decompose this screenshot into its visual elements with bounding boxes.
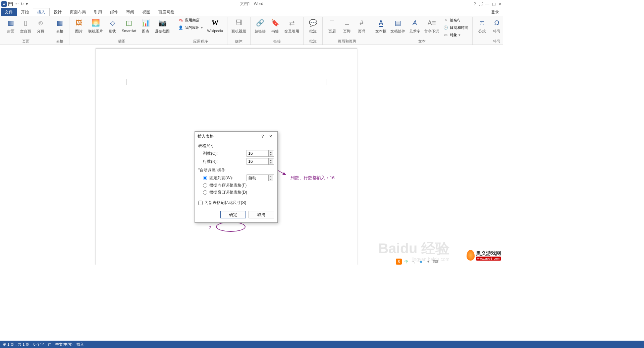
autofit-window-label: 根据窗口调整表格(D) bbox=[209, 190, 247, 195]
quickparts-button[interactable]: ▤文档部件 bbox=[389, 17, 407, 34]
crossref-button[interactable]: ⇄交叉引用 bbox=[283, 17, 301, 34]
table-button[interactable]: ▦表格 bbox=[53, 17, 66, 34]
group-comments: 💬批注 批注 bbox=[304, 17, 323, 45]
wordart-button[interactable]: A艺术字 bbox=[408, 17, 422, 34]
comment-button[interactable]: 💬批注 bbox=[306, 17, 320, 34]
screenshot-button[interactable]: 📷屏幕截图 bbox=[154, 17, 171, 34]
group-pages: ▥封面 ▯空白页 ⎋分页 页面 bbox=[1, 17, 50, 45]
shapes-button[interactable]: ◇形状 bbox=[106, 17, 119, 34]
help-icon[interactable]: ? bbox=[474, 2, 476, 6]
tab-home[interactable]: 开始 bbox=[17, 8, 33, 16]
symbol-button[interactable]: Ω符号 bbox=[490, 17, 503, 34]
object-button[interactable]: ▭对象 ▾ bbox=[442, 31, 470, 38]
cancel-button[interactable]: 取消 bbox=[249, 211, 274, 218]
app-store-button[interactable]: 🛍应用商店 bbox=[177, 17, 204, 23]
spin-down-icon[interactable]: ▼ bbox=[269, 153, 273, 156]
margin-corner-icon bbox=[126, 79, 127, 85]
cover-page-button[interactable]: ▥封面 bbox=[4, 17, 17, 34]
group-text-label: 文本 bbox=[418, 39, 426, 45]
textbox-button[interactable]: A̲文本框 bbox=[374, 17, 388, 34]
minimize-icon[interactable]: — bbox=[485, 2, 489, 6]
picture-button[interactable]: 🖼图片 bbox=[72, 17, 86, 34]
page-break-button[interactable]: ⎋分页 bbox=[34, 17, 47, 34]
group-media: 🎞联机视频 媒体 bbox=[227, 17, 251, 45]
columns-input[interactable] bbox=[247, 151, 268, 156]
word-app-icon: W bbox=[1, 1, 7, 7]
smartart-button[interactable]: ◫SmartArt bbox=[120, 17, 138, 33]
ribbon-tabs: 文件 开始 插入 设计 页面布局 引用 邮件 审阅 视图 百度网盘 登录 bbox=[0, 8, 503, 16]
group-comments-label: 批注 bbox=[309, 39, 317, 45]
columns-label: 列数(C): bbox=[203, 151, 247, 156]
ime-toolbar: S 中 •, ☻ ▾ ⌨ bbox=[396, 259, 439, 265]
fixed-width-radio[interactable] bbox=[203, 176, 207, 180]
autofit-content-label: 根据内容调整表格(F) bbox=[209, 183, 247, 188]
group-text: A̲文本框 ▤文档部件 A艺术字 A≡首字下沉 ✎签名行 🕒日期和时间 ▭对象 … bbox=[371, 17, 473, 45]
tab-review[interactable]: 审阅 bbox=[122, 8, 138, 16]
columns-spinner[interactable]: ▲▼ bbox=[247, 150, 274, 157]
qat-save-icon[interactable]: 💾 bbox=[8, 2, 13, 6]
dialog-close-icon[interactable]: ✕ bbox=[267, 134, 275, 139]
spin-up-icon[interactable]: ▲ bbox=[269, 158, 273, 161]
autofit-window-radio[interactable] bbox=[203, 190, 207, 195]
tab-layout[interactable]: 页面布局 bbox=[66, 8, 90, 16]
bookmark-button[interactable]: 🔖书签 bbox=[268, 17, 282, 34]
window-title: 文档1 - Word bbox=[240, 1, 263, 7]
ok-button[interactable]: 确定 bbox=[220, 211, 246, 218]
login-link[interactable]: 登录 bbox=[487, 8, 503, 16]
tab-insert[interactable]: 插入 bbox=[33, 8, 50, 16]
spin-down-icon[interactable]: ▼ bbox=[269, 161, 273, 164]
watermark-aoe-text: 奥义游戏网 bbox=[476, 250, 501, 257]
rows-label: 行数(R): bbox=[203, 159, 247, 164]
chart-button[interactable]: 📊图表 bbox=[139, 17, 152, 34]
dialog-titlebar[interactable]: 插入表格 ? ✕ bbox=[195, 132, 277, 141]
dialog-size-section: 表格尺寸 bbox=[198, 143, 274, 149]
fixed-width-spinner[interactable]: ▲▼ bbox=[247, 175, 274, 181]
spin-down-icon[interactable]: ▼ bbox=[269, 178, 273, 181]
dialog-auto-section: "自动调整"操作 bbox=[198, 167, 274, 173]
remember-size-checkbox[interactable] bbox=[198, 201, 203, 205]
qat-redo-icon[interactable]: ↻ bbox=[20, 2, 24, 6]
my-apps-button[interactable]: 👤我的应用 ▾ bbox=[177, 24, 204, 31]
group-links-label: 链接 bbox=[273, 39, 281, 45]
tab-file[interactable]: 文件 bbox=[1, 8, 17, 16]
blank-page-button[interactable]: ▯空白页 bbox=[19, 17, 33, 34]
online-picture-button[interactable]: 🌅联机图片 bbox=[87, 17, 104, 34]
hyperlink-button[interactable]: 🔗超链接 bbox=[253, 17, 267, 34]
title-bar: W 💾 ↶ ↻ ▾ 文档1 - Word ? ⛶ — ▢ ✕ bbox=[0, 0, 503, 8]
group-apps-label: 应用程序 bbox=[193, 39, 208, 45]
qat-customize-icon[interactable]: ▾ bbox=[26, 2, 28, 6]
fixed-width-label: 固定列宽(W): bbox=[209, 175, 245, 181]
rows-spinner[interactable]: ▲▼ bbox=[247, 158, 274, 165]
remember-size-label: 为新表格记忆此尺寸(S) bbox=[205, 200, 246, 206]
group-links: 🔗超链接 🔖书签 ⇄交叉引用 链接 bbox=[251, 17, 304, 45]
autofit-content-radio[interactable] bbox=[203, 183, 207, 188]
wikipedia-button[interactable]: WWikipedia bbox=[206, 17, 224, 33]
dropcap-button[interactable]: A≡首字下沉 bbox=[423, 17, 440, 34]
footer-button[interactable]: ⎽页脚 bbox=[340, 17, 354, 34]
tab-view[interactable]: 视图 bbox=[138, 8, 154, 16]
fixed-width-input[interactable] bbox=[247, 176, 268, 180]
dialog-help-icon[interactable]: ? bbox=[259, 134, 267, 139]
rows-input[interactable] bbox=[247, 159, 268, 164]
spin-up-icon[interactable]: ▲ bbox=[269, 150, 273, 153]
ribbon-display-icon[interactable]: ⛶ bbox=[479, 2, 483, 6]
tab-references[interactable]: 引用 bbox=[90, 8, 106, 16]
equation-button[interactable]: π公式 bbox=[475, 17, 489, 34]
signature-button[interactable]: ✎签名行 bbox=[442, 17, 470, 23]
margin-corner-icon bbox=[120, 85, 126, 85]
tab-mailings[interactable]: 邮件 bbox=[106, 8, 122, 16]
restore-icon[interactable]: ▢ bbox=[492, 2, 496, 6]
watermark-baidu: Baidu 经验 bbox=[378, 239, 449, 258]
online-video-button[interactable]: 🎞联机视频 bbox=[230, 17, 248, 34]
insert-table-dialog: 插入表格 ? ✕ 表格尺寸 列数(C): ▲▼ 行数(R): ▲▼ "自动 bbox=[195, 131, 278, 223]
datetime-button[interactable]: 🕒日期和时间 bbox=[442, 24, 470, 31]
page-number-button[interactable]: #页码 bbox=[355, 17, 368, 34]
spin-up-icon[interactable]: ▲ bbox=[269, 175, 273, 178]
header-button[interactable]: ⎺页眉 bbox=[325, 17, 339, 34]
tab-baidu[interactable]: 百度网盘 bbox=[154, 8, 178, 16]
margin-corner-icon bbox=[326, 79, 326, 85]
close-icon[interactable]: ✕ bbox=[498, 2, 502, 6]
ime-s-icon[interactable]: S bbox=[396, 259, 402, 265]
qat-undo-icon[interactable]: ↶ bbox=[15, 2, 18, 6]
tab-design[interactable]: 设计 bbox=[50, 8, 66, 16]
